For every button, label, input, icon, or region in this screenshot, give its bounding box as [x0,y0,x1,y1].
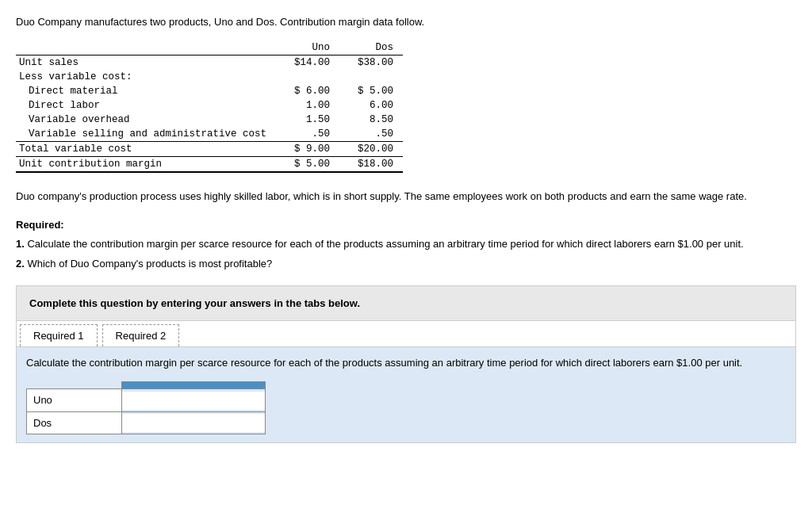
tab-description: Calculate the contribution margin per sc… [26,355,786,371]
row-dos-unit-sales: $38.00 [339,55,403,71]
col-header-dos: Dos [339,40,403,55]
tab-required-2[interactable]: Required 2 [102,324,180,346]
row-label-direct-labor: Direct labor [16,98,276,113]
table-row: Direct material $ 6.00 $ 5.00 [16,84,403,98]
row-uno-direct-material: $ 6.00 [276,84,339,98]
row-label-variable-overhead: Variable overhead [16,113,276,127]
tabs-container: Required 1 Required 2 Calculate the cont… [16,321,796,444]
answer-row-uno: Uno [27,389,266,412]
blank-header [27,382,122,389]
row-uno-unit-sales: $14.00 [276,55,339,71]
answer-label-dos: Dos [27,411,122,434]
row-uno-unit-cm: $ 5.00 [276,157,339,173]
table-row: Variable overhead 1.50 8.50 [16,113,403,127]
complete-box-text: Complete this question by entering your … [29,297,360,309]
row-uno-direct-labor: 1.00 [276,98,339,113]
answer-input-dos[interactable] [122,414,265,432]
tab-required-1[interactable]: Required 1 [20,324,98,346]
row-uno-variable-selling: .50 [276,127,339,142]
answer-input-cell-uno[interactable] [122,389,266,412]
required-heading: Required: [16,217,796,234]
required-item-2: 2. Which of Duo Company's products is mo… [16,256,796,273]
required-item-1: 1. Calculate the contribution margin per… [16,236,796,253]
table-row: Unit sales $14.00 $38.00 [16,55,403,71]
row-label-direct-material: Direct material [16,84,276,98]
tabs-header: Required 1 Required 2 [17,321,795,347]
complete-box: Complete this question by entering your … [16,285,796,321]
row-dos-unit-cm: $18.00 [339,157,403,173]
col-header-uno: Uno [276,40,339,55]
table-row: Variable selling and administrative cost… [16,127,403,142]
row-label-less-variable: Less variable cost: [16,70,276,84]
table-row: Less variable cost: [16,70,403,84]
row-label-unit-sales: Unit sales [16,55,276,71]
answer-table-container: Uno Dos [26,381,786,434]
answer-label-uno: Uno [27,389,122,412]
row-dos-direct-labor: 6.00 [339,98,403,113]
row-dos-direct-material: $ 5.00 [339,84,403,98]
table-row: Unit contribution margin $ 5.00 $18.00 [16,157,403,173]
row-label-total-variable: Total variable cost [16,142,276,157]
intro-text: Duo Company manufactures two products, U… [16,16,796,28]
row-uno-total-variable: $ 9.00 [276,142,339,157]
row-uno-variable-overhead: 1.50 [276,113,339,127]
required-section: Required: 1. Calculate the contribution … [16,217,796,273]
row-dos-variable-overhead: 8.50 [339,113,403,127]
table-row: Total variable cost $ 9.00 $20.00 [16,142,403,157]
row-dos-total-variable: $20.00 [339,142,403,157]
tab-content: Calculate the contribution margin per sc… [17,347,795,443]
answer-col-header [122,382,266,389]
answer-input-cell-dos[interactable] [122,411,266,434]
description-text: Duo company's production process uses hi… [16,189,796,205]
answer-input-uno[interactable] [122,392,265,410]
row-dos-variable-selling: .50 [339,127,403,142]
answer-row-dos: Dos [27,411,266,434]
row-label-variable-selling: Variable selling and administrative cost [16,127,276,142]
table-row: Direct labor 1.00 6.00 [16,98,403,113]
row-label-unit-cm: Unit contribution margin [16,157,276,173]
contribution-table: Uno Dos Unit sales $14.00 $38.00 Less va… [16,40,403,173]
answer-input-table: Uno Dos [26,381,266,434]
